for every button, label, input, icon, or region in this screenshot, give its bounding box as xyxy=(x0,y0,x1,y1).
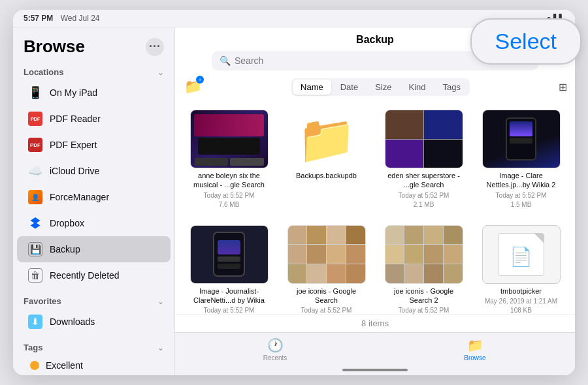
backup-label: Backup xyxy=(50,244,80,254)
file-thumb-image-journalist xyxy=(190,225,269,284)
file-name-eden-sher: eden sher superstore - ...gle Search xyxy=(385,171,463,190)
tags-section-header: Tags ⌄ xyxy=(13,335,174,355)
file-item-anne-boleyn[interactable]: anne boleyn six the musical - ...gle Sea… xyxy=(186,107,272,212)
sidebar-item-on-my-ipad[interactable]: 📱 On My iPad xyxy=(17,80,171,106)
downloads-icon: ⬇ xyxy=(27,314,43,330)
select-button[interactable]: Select xyxy=(470,18,582,65)
file-name-backups-db: Backups.backupdb xyxy=(296,171,357,180)
file-name-image-clare: Image - Clare Nettles.jp...by Wikia 2 xyxy=(482,171,561,190)
file-item-image-journalist[interactable]: Image - Journalist-ClareNetti...d by Wik… xyxy=(186,223,272,314)
recently-deleted-label: Recently Deleted xyxy=(50,270,120,281)
browse-title: Browse xyxy=(24,37,85,57)
file-thumb-anne-boleyn xyxy=(190,110,269,168)
clock-icon: 🕐 xyxy=(267,337,284,353)
sidebar-item-dropbox[interactable]: Dropbox xyxy=(17,210,171,236)
more-options-button[interactable]: ··· xyxy=(146,38,164,56)
tab-bar: 🕐 Recents 📁 Browse xyxy=(175,332,575,366)
file-meta-eden-sher: Today at 5:52 PM 2.1 MB xyxy=(399,191,449,209)
excellent-tag-dot xyxy=(30,361,39,370)
status-date: Wed Jul 24 xyxy=(61,14,100,23)
pdf-reader-label: PDF Reader xyxy=(50,114,101,124)
locations-section-header: Locations ⌄ xyxy=(13,59,174,80)
toolbar-row: 📁 + Name Date Size Kind Tags ⊞ xyxy=(175,77,575,102)
file-item-joe-iconis-1[interactable]: joe iconis - Google Search Today at 5:52… xyxy=(283,223,370,314)
backup-drive-icon: 💾 xyxy=(27,241,43,257)
locations-label: Locations xyxy=(24,67,63,77)
tab-recents[interactable]: 🕐 Recents xyxy=(175,337,375,362)
file-meta-anne-boleyn: Today at 5:52 PM 7.6 MB xyxy=(204,191,255,209)
browse-folder-icon: 📁 xyxy=(467,337,483,353)
file-item-image-clare[interactable]: Image - Clare Nettles.jp...by Wikia 2 To… xyxy=(478,107,564,212)
file-name-joe-iconis-1: joe iconis - Google Search xyxy=(287,286,366,305)
trash-icon: 🗑 xyxy=(27,268,43,283)
right-panel: Backup 🔍 📁 + Name Date Size xyxy=(175,27,575,375)
file-name-image-journalist: Image - Journalist-ClareNetti...d by Wik… xyxy=(190,286,269,305)
tab-browse[interactable]: 📁 Browse xyxy=(375,337,575,362)
pdf-reader-icon: PDF xyxy=(27,111,43,127)
sort-tab-tags[interactable]: Tags xyxy=(435,80,468,95)
grid-view-icon: ⊞ xyxy=(559,82,567,93)
app-window: 5:57 PM Wed Jul 24 ● ▌▌ Browse ··· Locat… xyxy=(13,10,575,375)
file-item-eden-sher[interactable]: eden sher superstore - ...gle Search Tod… xyxy=(380,107,467,212)
favorites-section-header: Favorites ⌄ xyxy=(13,288,174,309)
browse-tab-label: Browse xyxy=(464,354,485,362)
dropbox-icon xyxy=(27,215,43,231)
items-count: 8 items xyxy=(175,314,575,332)
file-thumb-image-clare xyxy=(482,110,561,168)
sidebar: Browse ··· Locations ⌄ 📱 On My iPad P xyxy=(13,27,175,375)
folder-icon: 📁 xyxy=(297,116,356,162)
file-name-tmbootpicker: tmbootpicker xyxy=(500,286,542,296)
file-meta-image-journalist: Today at 5:52 PM 1.3 MB xyxy=(204,306,255,314)
sidebar-header: Browse ··· xyxy=(13,27,174,59)
pdf-expert-icon: PDF xyxy=(27,137,43,153)
sort-tabs: Name Date Size Kind Tags xyxy=(291,78,470,96)
tags-label: Tags xyxy=(24,343,42,352)
home-bar xyxy=(342,369,408,371)
locations-chevron-icon[interactable]: ⌄ xyxy=(157,68,164,77)
file-name-joe-iconis-2: joe iconis - Google Search 2 xyxy=(385,286,463,305)
main-content: Browse ··· Locations ⌄ 📱 On My iPad P xyxy=(13,27,575,375)
sidebar-item-pdf-reader[interactable]: PDF PDF Reader xyxy=(17,106,171,132)
ipad-icon: 📱 xyxy=(27,85,43,100)
panel-title: Backup xyxy=(356,34,394,46)
forcemanager-label: ForceManager xyxy=(50,192,109,202)
view-options-button[interactable]: ⊞ xyxy=(559,81,567,93)
tags-chevron-icon[interactable]: ⌄ xyxy=(157,343,164,352)
sidebar-item-backup[interactable]: 💾 Backup xyxy=(17,236,171,262)
pdf-expert-label: PDF Expert xyxy=(50,140,97,150)
file-item-backups-db[interactable]: 📁 Backups.backupdb xyxy=(283,107,370,212)
new-folder-button[interactable]: 📁 + xyxy=(183,77,203,97)
recents-tab-label: Recents xyxy=(263,354,287,362)
on-my-ipad-label: On My iPad xyxy=(50,87,97,98)
home-indicator xyxy=(175,366,575,375)
sort-tab-name[interactable]: Name xyxy=(293,80,331,95)
icloud-drive-label: iCloud Drive xyxy=(50,166,99,176)
sidebar-item-excellent[interactable]: Excellent xyxy=(17,355,171,375)
sidebar-item-forcemanager[interactable]: 👤 ForceManager xyxy=(17,184,171,210)
status-time: 5:57 PM xyxy=(24,14,53,23)
downloads-label: Downloads xyxy=(50,316,95,327)
document-icon: 📄 xyxy=(510,246,532,268)
file-item-joe-iconis-2[interactable]: joe iconis - Google Search 2 Today at 5:… xyxy=(380,223,467,314)
file-name-anne-boleyn: anne boleyn six the musical - ...gle Sea… xyxy=(190,171,269,190)
svg-marker-1 xyxy=(31,223,41,229)
sidebar-item-pdf-expert[interactable]: PDF PDF Expert xyxy=(17,132,171,158)
folder-badge: + xyxy=(196,76,204,84)
sort-tab-size[interactable]: Size xyxy=(367,80,399,95)
favorites-label: Favorites xyxy=(24,296,61,306)
sort-tab-date[interactable]: Date xyxy=(333,80,366,95)
sort-tab-kind[interactable]: Kind xyxy=(400,80,433,95)
icloud-icon: ☁️ xyxy=(27,163,43,179)
file-meta-joe-iconis-2: Today at 5:52 PM 3 MB xyxy=(399,306,449,314)
excellent-tag-label: Excellent xyxy=(46,360,83,371)
file-meta-joe-iconis-1: Today at 5:52 PM 3.3 MB xyxy=(301,306,352,314)
file-meta-image-clare: Today at 5:52 PM 1.5 MB xyxy=(496,191,547,209)
favorites-chevron-icon[interactable]: ⌄ xyxy=(157,297,164,306)
sidebar-item-recently-deleted[interactable]: 🗑 Recently Deleted xyxy=(17,262,171,288)
file-thumb-backups-db: 📁 xyxy=(287,110,366,168)
file-thumb-tmbootpicker: 📄 xyxy=(482,225,561,284)
sidebar-item-icloud-drive[interactable]: ☁️ iCloud Drive xyxy=(17,158,171,184)
search-icon: 🔍 xyxy=(220,55,231,66)
file-item-tmbootpicker[interactable]: 📄 tmbootpicker May 26, 2019 at 1:21 AM 1… xyxy=(478,223,564,314)
sidebar-item-downloads[interactable]: ⬇ Downloads xyxy=(17,309,171,335)
